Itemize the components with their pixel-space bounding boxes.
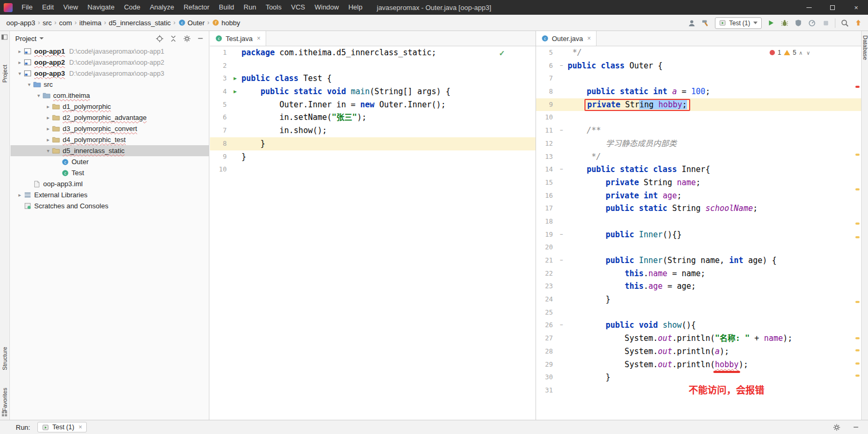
menu-build[interactable]: Build: [214, 0, 239, 15]
project-panel-title[interactable]: Project: [15, 35, 36, 43]
run-gutter-icon[interactable]: ▶: [229, 85, 241, 98]
stripe-mark[interactable]: [855, 236, 860, 238]
prev-next-highlight-icons[interactable]: ∧ ∨: [799, 50, 811, 56]
tree-item-d4_polymorphic_test[interactable]: ▸d4_polymorphic_test: [11, 134, 209, 145]
breadcrumb-item-com[interactable]: com: [59, 19, 72, 27]
breadcrumb-item-oop-app3[interactable]: oop-app3: [6, 19, 35, 27]
stripe-structure-button[interactable]: Structure: [2, 347, 8, 370]
menu-navigate[interactable]: Navigate: [83, 0, 119, 15]
menu-help[interactable]: Help: [344, 0, 367, 15]
settings-gear-icon[interactable]: [183, 35, 191, 43]
menu-vcs[interactable]: VCS: [286, 0, 310, 15]
stripe-mark[interactable]: [855, 86, 860, 88]
chevron-down-icon[interactable]: ▾: [35, 93, 43, 98]
run-tab-test[interactable]: Test (1) ×: [37, 422, 87, 432]
chevron-right-icon[interactable]: ▸: [16, 192, 24, 198]
inspection-status-right[interactable]: 1 5 ∧ ∨: [770, 49, 811, 56]
fold-icon[interactable]: −: [555, 163, 568, 176]
breadcrumb-item-src[interactable]: src: [43, 19, 52, 27]
stripe-mark[interactable]: [855, 223, 860, 225]
minimize-button[interactable]: [797, 0, 821, 15]
fold-icon[interactable]: −: [555, 228, 568, 241]
menu-tools[interactable]: Tools: [261, 0, 286, 15]
locate-file-icon[interactable]: [156, 35, 164, 43]
editor-test-java[interactable]: 1package com.itheima.d5_innerclass_stati…: [210, 46, 536, 420]
tree-item-oop-app3[interactable]: ▾oop-app3D:\code\javasepromax\oop-app3: [11, 68, 209, 79]
maximize-button[interactable]: [821, 0, 844, 15]
build-hammer-icon[interactable]: [701, 18, 710, 27]
tab-outer-java[interactable]: c Outer.java ×: [536, 31, 597, 46]
stripe-favorites-button[interactable]: Favorites: [2, 388, 8, 411]
fold-icon[interactable]: −: [555, 124, 568, 137]
stripe-mark[interactable]: [855, 375, 860, 377]
tree-item-oop-app2[interactable]: ▸oop-app2D:\code\javasepromax\oop-app2: [11, 57, 209, 68]
breadcrumb-item-hobby[interactable]: fhobby: [212, 19, 240, 27]
chevron-down-icon[interactable]: ▾: [25, 82, 33, 87]
close-icon[interactable]: ×: [257, 35, 260, 42]
tree-item-d1_polymorphic[interactable]: ▸d1_polymorphic: [11, 101, 209, 112]
menu-file[interactable]: File: [17, 0, 37, 15]
tool-window-switcher-icon[interactable]: [1, 410, 8, 417]
debug-button[interactable]: [780, 18, 789, 27]
coverage-button[interactable]: [794, 18, 803, 27]
run-button[interactable]: [766, 18, 775, 27]
stripe-mark[interactable]: [855, 349, 860, 351]
stripe-mark[interactable]: [855, 337, 860, 339]
search-icon[interactable]: [840, 18, 849, 27]
breadcrumb-item-Outer[interactable]: cOuter: [178, 19, 205, 27]
chevron-right-icon[interactable]: ▸: [44, 137, 52, 143]
fold-icon[interactable]: −: [555, 59, 568, 73]
close-icon[interactable]: ×: [78, 423, 82, 431]
stripe-database-button[interactable]: Database: [862, 35, 868, 60]
close-icon[interactable]: ×: [587, 35, 591, 42]
tree-item-d2_polymorphic_advantage[interactable]: ▸d2_polymorphic_advantage: [11, 112, 209, 123]
tree-item-d3_polymorphic_convert[interactable]: ▸d3_polymorphic_convert: [11, 123, 209, 134]
tab-test-java[interactable]: c Test.java ×: [210, 31, 266, 46]
profiler-button[interactable]: [808, 18, 816, 27]
tree-item-d5_innerclass_static[interactable]: ▾d5_innerclass_static: [11, 145, 209, 156]
tree-item-oop-app1[interactable]: ▸oop-app1D:\code\javasepromax\oop-app1: [11, 46, 209, 57]
breadcrumb-item-d5_innerclass_static[interactable]: d5_innerclass_static: [109, 19, 171, 27]
menu-window[interactable]: Window: [310, 0, 344, 15]
editor-outer-java[interactable]: 5 */6−public class Outer {78 public stat…: [536, 46, 861, 420]
chevron-right-icon[interactable]: ▸: [44, 126, 52, 132]
tree-item-Scratches and Consoles[interactable]: Scratches and Consoles: [11, 200, 209, 211]
stripe-mark[interactable]: [855, 301, 860, 303]
tree-item-oop-app3.iml[interactable]: oop-app3.iml: [11, 178, 209, 189]
chevron-right-icon[interactable]: ▸: [44, 115, 52, 120]
chevron-down-icon[interactable]: ▾: [16, 70, 24, 76]
stripe-mark[interactable]: [855, 362, 860, 365]
hide-bar-icon[interactable]: [852, 423, 860, 431]
stripe-mark[interactable]: [855, 188, 860, 190]
stripe-mark[interactable]: [855, 154, 860, 156]
tree-item-External Libraries[interactable]: ▸External Libraries: [11, 189, 209, 200]
menu-analyze[interactable]: Analyze: [145, 0, 179, 15]
chevron-right-icon[interactable]: ▸: [16, 59, 24, 65]
hide-panel-icon[interactable]: [197, 35, 204, 42]
update-project-icon[interactable]: [854, 18, 863, 27]
error-stripe[interactable]: [855, 46, 860, 420]
user-icon[interactable]: [688, 18, 697, 27]
menu-edit[interactable]: Edit: [37, 0, 58, 15]
menu-view[interactable]: View: [58, 0, 83, 15]
line-number: 20: [536, 241, 555, 254]
menu-code[interactable]: Code: [119, 0, 145, 15]
tree-item-Outer[interactable]: cOuter: [11, 156, 209, 167]
settings-gear-icon[interactable]: [833, 423, 841, 431]
close-button[interactable]: ×: [844, 0, 868, 15]
run-config-select[interactable]: Test (1): [715, 17, 762, 29]
menu-run[interactable]: Run: [239, 0, 261, 15]
tree-item-src[interactable]: ▾src: [11, 79, 209, 90]
fold-icon[interactable]: −: [555, 254, 568, 267]
stripe-project-button[interactable]: Project: [2, 65, 8, 83]
chevron-down-icon[interactable]: ▾: [44, 148, 52, 154]
breadcrumb-item-itheima[interactable]: itheima: [79, 19, 102, 27]
tree-item-Test[interactable]: cTest: [11, 167, 209, 178]
fold-icon[interactable]: −: [555, 319, 568, 332]
tree-item-com.itheima[interactable]: ▾com.itheima: [11, 90, 209, 101]
chevron-right-icon[interactable]: ▸: [16, 48, 24, 54]
run-gutter-icon[interactable]: ▶: [229, 72, 241, 85]
collapse-all-icon[interactable]: [169, 35, 177, 43]
menu-refactor[interactable]: Refactor: [179, 0, 214, 15]
chevron-right-icon[interactable]: ▸: [44, 104, 52, 109]
